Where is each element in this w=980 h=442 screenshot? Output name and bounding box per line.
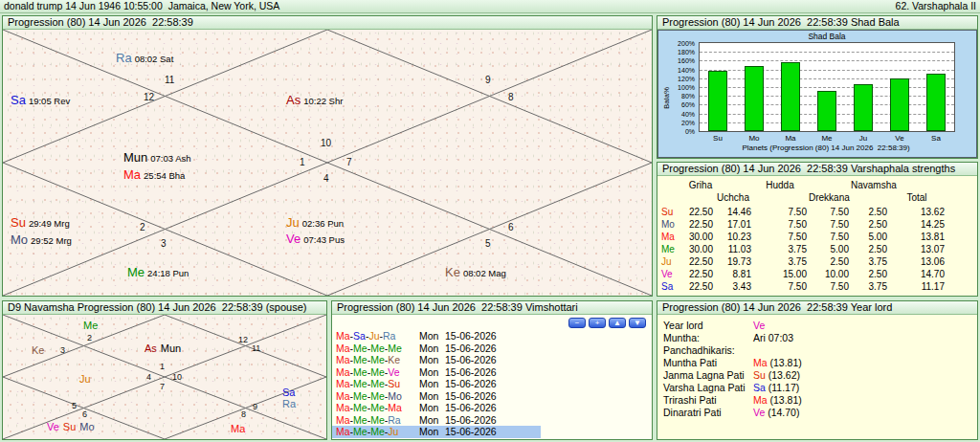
- main-chart-area[interactable]: Ra08:02 Sat Sa19:05 Rev As10:22 Shr Mun0…: [3, 30, 652, 296]
- value-cell: 2.50: [851, 218, 889, 231]
- yearlord-label: Varsha Lagna Pati: [663, 382, 753, 394]
- d9-chart-panel: D9 Navamsha Progression (80) 14 Jun 2026…: [2, 300, 327, 440]
- dasha-segment: Me: [353, 378, 368, 389]
- dasha-segment: Me: [370, 366, 385, 378]
- yearlord-row: Trirashi PatiMa (13.81): [657, 394, 977, 407]
- planet-label-ve: Ve07:43 Pus: [286, 232, 345, 246]
- value-cell: 10.23: [715, 231, 753, 243]
- bar-su: [708, 71, 727, 131]
- strength-value: (13.81): [768, 357, 802, 368]
- dasha-minus-button[interactable]: −: [568, 318, 586, 328]
- shadbala-panel: Progression (80) 14 Jun 2026 22:58:39 Sh…: [657, 15, 978, 159]
- dasha-segment: Me: [353, 343, 368, 354]
- strength-value: (14.70): [765, 407, 799, 418]
- yearlord-value: Ve (14.70): [753, 407, 799, 418]
- y-tick-label: 120%: [678, 76, 695, 82]
- value-cell: 3.75: [753, 255, 809, 268]
- chart-title: Shad Bala: [699, 32, 955, 41]
- value-cell: 30.00: [688, 231, 715, 243]
- value-cell: 3.75: [851, 255, 889, 268]
- strengths-title: Progression (80) 14 Jun 2026 22:58:39 Va…: [657, 163, 977, 176]
- planet-cell: Ma: [661, 231, 688, 243]
- header-cell: Uchcha: [715, 191, 753, 204]
- rashi-number: 12: [144, 93, 154, 102]
- dasha-plus-button[interactable]: +: [589, 318, 606, 328]
- dasha-row[interactable]: Ma-Me-Me-KeMon15-06-2026: [332, 354, 652, 366]
- dasha-date: 15-06-2026: [445, 330, 497, 342]
- dasha-segment: Ve: [388, 366, 399, 378]
- ascendant-label: As10:22 Shr: [286, 93, 343, 107]
- header-cell: [809, 179, 851, 191]
- yearlord-row: Muntha:Ari 07:03: [657, 332, 977, 344]
- rashi-number: 9: [485, 76, 491, 85]
- dasha-up-button[interactable]: ▲: [609, 318, 626, 328]
- dasha-segment: Ma: [336, 343, 350, 354]
- value-cell: 15.00: [753, 268, 809, 280]
- shadbala-title: Progression (80) 14 Jun 2026 22:58:39 Sh…: [657, 16, 977, 30]
- dasha-segment: Me: [353, 390, 368, 402]
- planet-value: Su: [753, 369, 766, 381]
- d9-chart-area[interactable]: Me Ke AsMun Ju Sa Ra VeSuMo Ma 2 3 12 11…: [3, 315, 326, 439]
- value-cell: 2.50: [851, 268, 889, 280]
- y-axis-label: Bala%: [662, 87, 671, 109]
- planet-label-ju: Ju: [79, 372, 91, 385]
- vimshottari-panel: Progression (80) 14 Jun 2026 22:58:39 Vi…: [331, 300, 653, 440]
- rashi-number: 3: [161, 239, 167, 249]
- dasha-weekday: Mon: [419, 414, 445, 427]
- planet-label-ke: Ke: [32, 343, 44, 356]
- shadbala-chart-area[interactable]: Shad Bala Bala% Planets (Progression (80…: [657, 30, 977, 158]
- value-cell: 7.50: [753, 280, 809, 293]
- view-name: 62. Varshaphala II: [896, 0, 976, 12]
- value-cell: 7.50: [809, 218, 851, 231]
- header-cell: Total: [889, 191, 947, 204]
- gridline: [700, 70, 954, 71]
- yearlord-row: Muntha PatiMa (13.81): [657, 357, 977, 369]
- y-tick-label: 40%: [681, 111, 695, 118]
- yearlord-row: Janma Lagna PatiSu (13.62): [657, 369, 977, 382]
- y-tick-label: 60%: [681, 101, 695, 108]
- muntha-label: Mun07:03 Ash: [123, 150, 191, 165]
- rashi-number: 8: [241, 410, 246, 419]
- dasha-row[interactable]: Ma-Me-Me-MoMon15-06-2026: [332, 390, 652, 403]
- planet-cell: Ve: [661, 268, 688, 280]
- strengths-row: Me30.0011.033.755.002.5013.07: [657, 243, 977, 255]
- rashi-number: 4: [323, 174, 329, 184]
- dasha-row[interactable]: Ma-Sa-Ju-RaMon15-06-2026: [332, 330, 652, 343]
- x-tick-label: Su: [713, 134, 723, 143]
- bar-ve: [890, 78, 909, 131]
- strength-value: (13.62): [766, 369, 800, 381]
- planet-value: Sa: [753, 382, 766, 393]
- dasha-segment: Me: [370, 402, 385, 413]
- yearlord-label: Panchadhikaris:: [663, 344, 753, 357]
- header-cell: [661, 179, 688, 191]
- dasha-row[interactable]: Ma-Me-Me-SuMon15-06-2026: [332, 378, 652, 390]
- dasha-down-button[interactable]: ▼: [629, 318, 646, 328]
- dasha-segment: Me: [353, 354, 368, 365]
- dasha-segment: Ma: [336, 330, 350, 342]
- strengths-table: GrihaHuddaNavamshaUchchaDrekkanaTotalSu2…: [657, 176, 977, 296]
- value-cell: 7.50: [809, 206, 851, 218]
- dasha-row[interactable]: Ma-Me-Me-JuMon15-06-2026: [332, 426, 541, 438]
- dasha-row[interactable]: Ma-Me-Me-MaMon15-06-2026: [332, 402, 652, 414]
- planet-group-ve-su-mo: VeSuMo: [47, 420, 95, 432]
- yearlord-value: Ve: [753, 320, 765, 331]
- dasha-segment: Me: [370, 414, 385, 426]
- dasha-date: 15-06-2026: [445, 390, 497, 402]
- rashi-number: 2: [87, 334, 92, 343]
- x-tick-label: Me: [821, 134, 832, 143]
- strengths-header-row: UchchaDrekkanaTotal: [657, 191, 977, 204]
- dasha-weekday: Mon: [419, 402, 445, 414]
- dasha-list-area[interactable]: −+▲▼ Ma-Sa-Ju-RaMon15-06-2026Ma-Me-Me-Me…: [332, 315, 652, 439]
- dasha-row[interactable]: Ma-Me-Me-MeMon15-06-2026: [332, 343, 652, 355]
- dasha-row[interactable]: Ma-Me-Me-VeMon15-06-2026: [332, 366, 652, 379]
- rashi-number: 10: [321, 139, 331, 148]
- strengths-row: Mo22.5017.017.507.502.5014.25: [657, 218, 977, 231]
- strength-value: (11.17): [766, 382, 799, 393]
- x-tick-label: Sa: [931, 134, 941, 143]
- strengths-row: Su22.5014.467.507.502.5013.62: [657, 206, 977, 218]
- strengths-header-row: GrihaHuddaNavamsha: [657, 179, 977, 191]
- yearlord-label: Janma Lagna Pati: [663, 369, 753, 382]
- gridline: [700, 87, 954, 88]
- dasha-row[interactable]: Ma-Me-Me-RaMon15-06-2026: [332, 414, 652, 427]
- bar-sa: [926, 74, 946, 131]
